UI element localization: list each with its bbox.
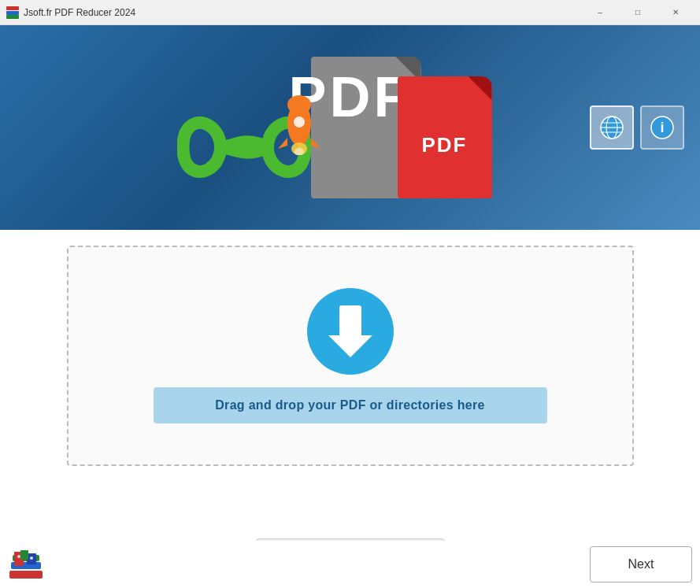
svg-point-4 xyxy=(287,95,311,114)
header-buttons: i xyxy=(590,105,684,150)
doc-red-text: PDF xyxy=(422,133,468,157)
globe-icon xyxy=(599,115,624,140)
info-button[interactable]: i xyxy=(640,105,684,150)
svg-point-5 xyxy=(294,116,305,128)
drop-arrow-icon xyxy=(307,288,394,375)
title-bar-controls: – □ ✕ xyxy=(582,0,694,25)
svg-rect-20 xyxy=(20,550,28,560)
globe-button[interactable] xyxy=(590,105,634,150)
header-banner: PDF PDF xyxy=(0,25,700,230)
svg-rect-2 xyxy=(6,15,19,19)
minimize-button[interactable]: – xyxy=(582,0,618,25)
drag-label-text: Drag and drop your PDF or directories he… xyxy=(215,398,484,412)
drag-label-bar[interactable]: Drag and drop your PDF or directories he… xyxy=(154,387,547,423)
info-icon: i xyxy=(650,115,675,140)
svg-rect-15 xyxy=(9,571,43,579)
doc-red: PDF xyxy=(398,76,492,198)
svg-point-22 xyxy=(30,557,33,560)
svg-text:i: i xyxy=(660,120,664,135)
svg-rect-1 xyxy=(6,11,19,15)
bottom-bar: Next xyxy=(0,541,700,588)
maximize-button[interactable]: □ xyxy=(620,0,656,25)
arrow-shaft xyxy=(339,305,361,335)
close-button[interactable]: ✕ xyxy=(657,0,694,25)
rocket-icon xyxy=(272,92,327,166)
title-bar-title: Jsoft.fr PDF Reducer 2024 xyxy=(24,7,135,18)
bottom-logo xyxy=(8,545,46,583)
title-bar-left: Jsoft.fr PDF Reducer 2024 xyxy=(6,6,135,19)
main-content: Drag and drop your PDF or directories he… xyxy=(0,230,700,588)
svg-point-21 xyxy=(17,555,20,558)
arrow-shape xyxy=(328,305,372,357)
title-bar: Jsoft.fr PDF Reducer 2024 – □ ✕ xyxy=(0,0,700,25)
drop-zone[interactable]: Drag and drop your PDF or directories he… xyxy=(67,246,634,466)
next-button[interactable]: Next xyxy=(590,546,692,582)
arrow-head xyxy=(328,335,372,357)
bottom-logo-icon xyxy=(8,545,46,583)
app-icon xyxy=(6,6,19,19)
svg-rect-0 xyxy=(6,6,19,10)
